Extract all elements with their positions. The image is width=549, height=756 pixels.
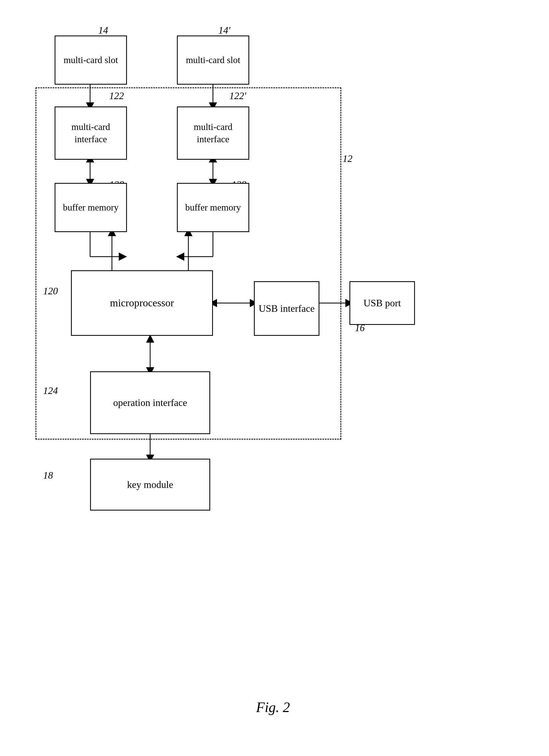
ref-122: 122 — [109, 90, 124, 102]
ref-14: 14 — [98, 25, 108, 36]
usb-interface: USB interface — [254, 281, 319, 336]
buffer-memory-right: buffer memory — [177, 183, 249, 232]
microprocessor: microprocessor — [71, 270, 213, 336]
multi-card-interface-right: multi-card interface — [177, 106, 249, 160]
operation-interface: operation interface — [90, 371, 210, 434]
ref-120: 120 — [43, 285, 58, 297]
ref-124: 124 — [43, 385, 58, 396]
ref-18: 18 — [43, 470, 53, 481]
ref-122-prime: 122' — [229, 90, 246, 102]
usb-port: USB port — [349, 281, 415, 325]
ref-14-prime: 14' — [218, 25, 230, 36]
ref-12: 12 — [343, 153, 352, 164]
buffer-memory-left: buffer memory — [55, 183, 127, 232]
diagram-container: 14 14' multi-card slot multi-card slot 1… — [27, 16, 519, 726]
multi-card-slot-right: multi-card slot — [177, 35, 249, 85]
key-module: key module — [90, 459, 210, 511]
figure-caption: Fig. 2 — [27, 699, 519, 715]
multi-card-slot-left: multi-card slot — [55, 35, 127, 85]
multi-card-interface-left: multi-card interface — [55, 106, 127, 160]
